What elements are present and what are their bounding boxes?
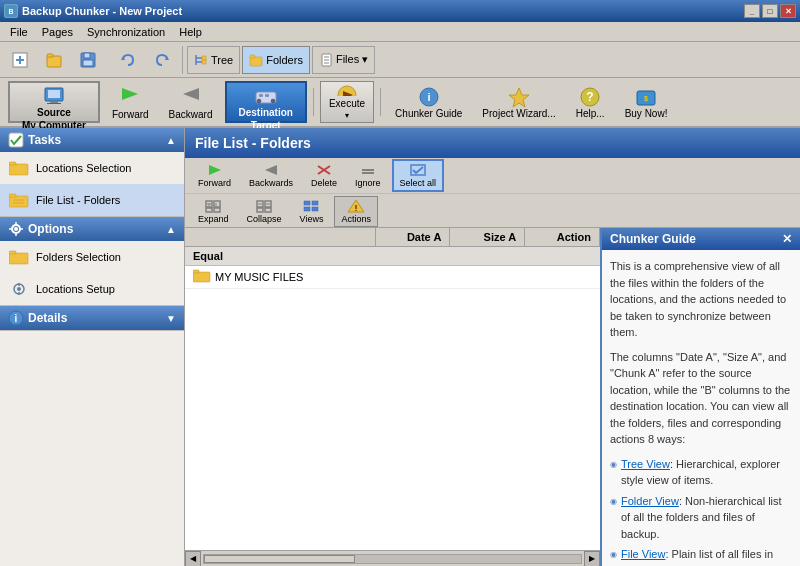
backward-label: Backward bbox=[169, 109, 213, 120]
tasks-header[interactable]: Tasks ▲ bbox=[0, 128, 184, 152]
svg-rect-92 bbox=[193, 270, 199, 273]
ct-expand-button[interactable]: Expand bbox=[191, 196, 236, 227]
folders-view-btn[interactable]: Folders bbox=[242, 46, 310, 74]
svg-rect-44 bbox=[9, 164, 28, 175]
svg-rect-76 bbox=[206, 208, 212, 212]
svg-rect-83 bbox=[265, 208, 271, 212]
forward-nav-button[interactable]: Forward bbox=[104, 81, 157, 123]
folders-selection-item[interactable]: Folders Selection bbox=[0, 241, 184, 273]
locations-setup-item[interactable]: Locations Setup bbox=[0, 273, 184, 305]
file-list-folders-item[interactable]: File List - Folders bbox=[0, 184, 184, 216]
guide-link-text-2: Folder View: Non-hierarchical list of al… bbox=[621, 493, 792, 543]
options-header[interactable]: Options ▲ bbox=[0, 217, 184, 241]
folders-selection-icon bbox=[8, 246, 30, 268]
svg-marker-64 bbox=[209, 165, 221, 175]
details-label: Details bbox=[28, 311, 67, 325]
ct-select-all-button[interactable]: Select all bbox=[392, 159, 445, 192]
name-column-header bbox=[185, 228, 376, 246]
scroll-track[interactable] bbox=[203, 554, 582, 564]
main-toolbar: Source My Computer Forward Backward bbox=[0, 78, 800, 128]
file-list-body: Equal MY MUSIC FILES bbox=[185, 247, 600, 550]
execute-button[interactable]: Execute ▾ bbox=[320, 81, 374, 123]
ct-select-all-label: Select all bbox=[400, 178, 437, 188]
window-controls[interactable]: _ □ ✕ bbox=[744, 4, 796, 18]
redo-icon bbox=[153, 51, 171, 69]
table-row[interactable]: MY MUSIC FILES bbox=[185, 266, 600, 289]
help-button[interactable]: ? Help... bbox=[568, 81, 613, 123]
ct-delete-icon bbox=[315, 163, 333, 177]
destination-target-button[interactable]: Destination Target bbox=[225, 81, 307, 123]
backward-nav-button[interactable]: Backward bbox=[161, 81, 221, 123]
svg-point-51 bbox=[14, 227, 18, 231]
tree-view-btn[interactable]: Tree bbox=[187, 46, 240, 74]
close-button[interactable]: ✕ bbox=[780, 4, 796, 18]
new-button[interactable] bbox=[4, 46, 36, 74]
open-button[interactable] bbox=[38, 46, 70, 74]
svg-rect-74 bbox=[214, 201, 220, 207]
ct-backwards-button[interactable]: Backwards bbox=[242, 160, 300, 191]
minimize-button[interactable]: _ bbox=[744, 4, 760, 18]
svg-rect-56 bbox=[9, 253, 28, 264]
buy-now-label: Buy Now! bbox=[625, 108, 668, 119]
content-toolbar-row1: Forward Backwards Delete bbox=[185, 158, 800, 194]
ct-views-button[interactable]: Views bbox=[293, 196, 331, 227]
tasks-label: Tasks bbox=[28, 133, 61, 147]
save-button[interactable] bbox=[72, 46, 104, 74]
content-area: File List - Folders Forward Backwards bbox=[185, 128, 800, 566]
menu-synchronization[interactable]: Synchronization bbox=[81, 24, 171, 40]
svg-rect-30 bbox=[259, 94, 263, 97]
forward-label: Forward bbox=[112, 109, 149, 120]
svg-rect-82 bbox=[257, 208, 263, 212]
ct-forward-button[interactable]: Forward bbox=[191, 160, 238, 191]
details-section: i Details ▼ bbox=[0, 306, 184, 331]
ct-views-icon bbox=[302, 199, 320, 213]
project-wizard-button[interactable]: Project Wizard... bbox=[474, 81, 563, 123]
ct-collapse-button[interactable]: Collapse bbox=[240, 196, 289, 227]
tree-view-link[interactable]: Tree View bbox=[621, 458, 670, 470]
execute-label: Execute bbox=[329, 98, 365, 109]
file-view-link[interactable]: File View bbox=[621, 548, 665, 560]
scroll-thumb[interactable] bbox=[204, 555, 355, 563]
content-toolbar: Forward Backwards Delete bbox=[185, 158, 800, 228]
svg-rect-16 bbox=[202, 60, 206, 64]
file-list-area: Date A Size A Action Equal bbox=[185, 228, 600, 566]
redo-button[interactable] bbox=[146, 46, 178, 74]
locations-selection-item[interactable]: Locations Selection bbox=[0, 152, 184, 184]
forward-arrow-icon bbox=[118, 84, 142, 109]
undo-button[interactable] bbox=[112, 46, 144, 74]
svg-marker-28 bbox=[183, 88, 199, 100]
horizontal-scrollbar[interactable]: ◀ ▶ bbox=[185, 550, 600, 566]
guide-link-text-1: Tree View: Hierarchical, explorer style … bbox=[621, 456, 792, 489]
bullet-icon-3: ◉ bbox=[610, 549, 617, 561]
menu-file[interactable]: File bbox=[4, 24, 34, 40]
svg-rect-9 bbox=[83, 60, 93, 66]
chunker-guide-button[interactable]: i Chunker Guide bbox=[387, 81, 470, 123]
maximize-button[interactable]: □ bbox=[762, 4, 778, 18]
details-header[interactable]: i Details ▼ bbox=[0, 306, 184, 330]
menu-pages[interactable]: Pages bbox=[36, 24, 79, 40]
ct-ignore-button[interactable]: Ignore bbox=[348, 160, 388, 191]
source-my-computer-button[interactable]: Source My Computer bbox=[8, 81, 100, 123]
music-files-label: MY MUSIC FILES bbox=[215, 271, 303, 283]
execute-icon bbox=[335, 84, 359, 96]
files-view-btn[interactable]: Files ▾ bbox=[312, 46, 375, 74]
svg-point-59 bbox=[17, 287, 21, 291]
buy-now-button[interactable]: $ Buy Now! bbox=[617, 81, 676, 123]
scroll-left-button[interactable]: ◀ bbox=[185, 551, 201, 567]
guide-link-text-3: File View: Plain list of all files in ba… bbox=[621, 546, 792, 566]
svg-text:$: $ bbox=[644, 95, 648, 103]
ct-delete-button[interactable]: Delete bbox=[304, 160, 344, 191]
files-view-label: Files ▾ bbox=[336, 53, 368, 66]
folder-view-link[interactable]: Folder View bbox=[621, 495, 679, 507]
scroll-right-button[interactable]: ▶ bbox=[584, 551, 600, 567]
date-column-header: Date A bbox=[376, 228, 451, 246]
svg-point-90 bbox=[355, 209, 357, 211]
ct-forward-label: Forward bbox=[198, 178, 231, 188]
svg-rect-17 bbox=[250, 57, 262, 66]
ct-actions-button[interactable]: Actions bbox=[334, 196, 378, 227]
main-content: Tasks ▲ Locations Selection bbox=[0, 128, 800, 566]
menu-help[interactable]: Help bbox=[173, 24, 208, 40]
buy-icon: $ bbox=[634, 86, 658, 108]
svg-rect-25 bbox=[50, 101, 58, 103]
guide-close-button[interactable]: ✕ bbox=[782, 232, 792, 246]
